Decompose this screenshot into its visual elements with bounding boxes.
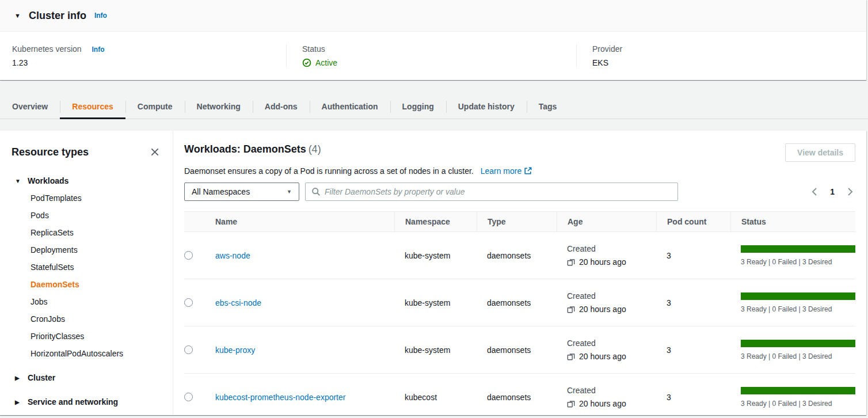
- kubernetes-version-value: 1.23: [12, 58, 275, 67]
- status-summary: 3 Ready | 0 Failed | 3 Desired: [741, 400, 855, 408]
- sidebar-item-replicasets[interactable]: ReplicaSets: [12, 224, 161, 241]
- tab-logging[interactable]: Logging: [390, 94, 446, 119]
- cell-namespace: kube-system: [394, 345, 477, 355]
- column-header-pod-count[interactable]: Pod count: [656, 212, 730, 231]
- cell-pod-count: 3: [656, 298, 730, 307]
- sidebar-group-service-and-networking[interactable]: ▶Service and networking: [12, 393, 161, 411]
- namespace-select[interactable]: All Namespaces ▼: [184, 183, 299, 201]
- search-input[interactable]: [325, 187, 672, 196]
- current-page[interactable]: 1: [830, 187, 835, 196]
- provider-value: EKS: [592, 58, 855, 67]
- cell-name: aws-node: [210, 251, 394, 260]
- main-title-block: Workloads: DaemonSets (4): [184, 143, 321, 155]
- chevron-down-icon: ▼: [287, 189, 292, 195]
- sidebar-group-workloads[interactable]: ▼Workloads: [12, 172, 161, 189]
- row-radio[interactable]: [184, 345, 193, 354]
- sidebar-item-priorityclasses[interactable]: PriorityClasses: [12, 328, 161, 345]
- sidebar-group-label: Workloads: [28, 176, 68, 185]
- sidebar-item-daemonsets[interactable]: DaemonSets: [12, 276, 161, 293]
- select-all-header: [184, 212, 210, 231]
- tab-resources[interactable]: Resources: [60, 94, 125, 119]
- status-bar: [741, 245, 855, 253]
- column-header-status[interactable]: Status: [730, 212, 855, 231]
- tab-compute[interactable]: Compute: [125, 94, 185, 119]
- column-header-type[interactable]: Type: [477, 212, 557, 231]
- cell-pod-count: 3: [656, 345, 730, 355]
- cell-name: kube-proxy: [210, 345, 394, 355]
- cluster-info-header[interactable]: ▼ Cluster info Info: [0, 0, 866, 32]
- tab-add-ons[interactable]: Add-ons: [253, 94, 310, 119]
- daemonset-filter-box: [305, 183, 678, 201]
- status-bar: [741, 340, 855, 347]
- status-summary: 3 Ready | 0 Failed | 3 Desired: [741, 352, 855, 360]
- cluster-info-card: ▼ Cluster info Info Kubernetes version I…: [0, 0, 866, 80]
- age-created-label: Created: [567, 291, 656, 301]
- view-details-button[interactable]: View details: [785, 143, 855, 162]
- cell-namespace: kube-system: [394, 251, 477, 260]
- cell-type: daemonsets: [477, 345, 557, 355]
- resource-type-tree: ▼WorkloadsPodTemplatesPodsReplicaSetsDep…: [12, 172, 161, 411]
- next-page-icon[interactable]: [844, 186, 855, 197]
- collapse-triangle-icon[interactable]: ▼: [14, 12, 21, 19]
- age-time-row: 20 hours ago: [567, 352, 656, 361]
- sidebar-group-label: Service and networking: [28, 397, 118, 406]
- age-value: 20 hours ago: [579, 257, 626, 267]
- main-header: Workloads: DaemonSets (4) View details: [184, 143, 855, 162]
- learn-more-link[interactable]: Learn more: [481, 166, 532, 176]
- row-radio[interactable]: [184, 298, 193, 307]
- copy-icon[interactable]: [567, 258, 575, 266]
- sidebar-item-pods[interactable]: Pods: [12, 207, 161, 224]
- sidebar-header: Resource types: [12, 146, 161, 158]
- daemonset-link[interactable]: ebs-csi-node: [215, 298, 261, 307]
- cell-select: [184, 326, 210, 373]
- description-text: Daemonset ensures a copy of a Pod is run…: [184, 166, 474, 176]
- close-icon[interactable]: [149, 146, 161, 158]
- cell-pod-count: 3: [656, 393, 730, 402]
- sidebar-item-horizontalpodautoscalers[interactable]: HorizontalPodAutoscalers: [12, 345, 161, 362]
- sidebar-item-cronjobs[interactable]: CronJobs: [12, 310, 161, 328]
- column-header-age[interactable]: Age: [557, 212, 656, 231]
- cluster-info-title: Cluster info: [29, 10, 86, 22]
- row-radio[interactable]: [184, 251, 193, 260]
- tab-authentication[interactable]: Authentication: [310, 94, 390, 119]
- table-row: ebs-csi-nodekube-systemdaemonsetsCreated…: [184, 279, 855, 326]
- search-icon: [311, 187, 321, 196]
- kubernetes-version-info-link[interactable]: Info: [92, 45, 105, 54]
- cell-select: [184, 232, 210, 279]
- daemonset-link[interactable]: kubecost-prometheus-node-exporter: [215, 393, 345, 402]
- sidebar-item-statefulsets[interactable]: StatefulSets: [12, 259, 161, 276]
- sidebar-item-jobs[interactable]: Jobs: [12, 293, 161, 310]
- daemonset-link[interactable]: aws-node: [215, 251, 250, 260]
- cell-select: [184, 279, 210, 326]
- learn-more-label: Learn more: [481, 166, 522, 176]
- tab-update-history[interactable]: Update history: [446, 94, 527, 119]
- cell-status: 3 Ready | 0 Failed | 3 Desired: [730, 374, 855, 415]
- previous-page-icon[interactable]: [809, 186, 821, 197]
- triangle-right-icon[interactable]: ▶: [15, 375, 28, 381]
- tab-networking[interactable]: Networking: [185, 94, 253, 119]
- table-row: aws-nodekube-systemdaemonsetsCreated20 h…: [184, 232, 855, 279]
- age-time-row: 20 hours ago: [567, 257, 656, 267]
- tab-tags[interactable]: Tags: [527, 94, 569, 119]
- cell-type: daemonsets: [477, 393, 557, 402]
- daemonset-link[interactable]: kube-proxy: [215, 345, 255, 355]
- triangle-down-icon[interactable]: ▼: [15, 178, 28, 184]
- tab-overview[interactable]: Overview: [0, 94, 60, 119]
- age-value: 20 hours ago: [579, 399, 626, 408]
- table-row: kubecost-prometheus-node-exporterkubecos…: [184, 374, 855, 415]
- row-radio[interactable]: [184, 393, 193, 401]
- status-summary: 3 Ready | 0 Failed | 3 Desired: [741, 258, 855, 266]
- copy-icon[interactable]: [567, 352, 575, 360]
- table-header: Name Namespace Type Age Pod count Status: [184, 211, 855, 232]
- triangle-right-icon[interactable]: ▶: [15, 399, 28, 405]
- sidebar-item-deployments[interactable]: Deployments: [12, 241, 161, 259]
- cluster-info-info-link[interactable]: Info: [94, 12, 107, 20]
- copy-icon[interactable]: [567, 400, 575, 408]
- column-header-name[interactable]: Name: [210, 212, 394, 231]
- resource-types-sidebar: Resource types ▼WorkloadsPodTemplatesPod…: [0, 131, 173, 415]
- sidebar-item-podtemplates[interactable]: PodTemplates: [12, 189, 161, 207]
- sidebar-group-cluster[interactable]: ▶Cluster: [12, 369, 161, 386]
- table-body: aws-nodekube-systemdaemonsetsCreated20 h…: [184, 232, 855, 415]
- column-header-namespace[interactable]: Namespace: [394, 212, 477, 231]
- copy-icon[interactable]: [567, 305, 575, 313]
